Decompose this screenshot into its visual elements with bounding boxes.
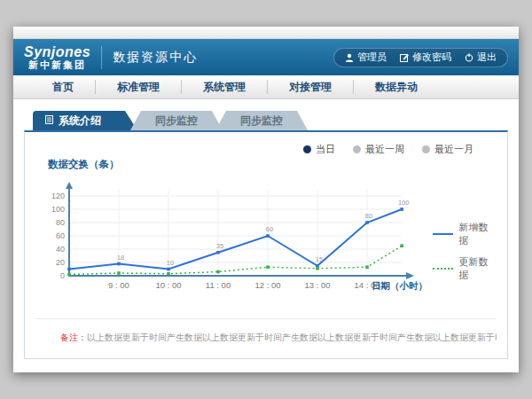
app-header: Synjones 新中新集团 数据资源中心 管理员 修改密码 — [13, 39, 519, 75]
nav-item-home[interactable]: 首页 — [31, 80, 96, 94]
svg-text:100: 100 — [51, 205, 65, 214]
radio-dot[interactable] — [422, 145, 430, 153]
logo-name: Synjones — [24, 44, 90, 60]
svg-text:60: 60 — [266, 225, 273, 233]
app-title: 数据资源中心 — [113, 50, 198, 66]
content-area: 系统介绍 同步监控 同步监控 当日 最近一周 最近一月 — [13, 99, 519, 359]
svg-text:80: 80 — [56, 218, 65, 227]
user-icon — [345, 53, 354, 62]
tab-label: 系统介绍 — [59, 111, 101, 130]
user-toolbar: 管理员 修改密码 退出 — [333, 48, 508, 67]
tab-sync-monitor-1[interactable]: 同步监控 — [130, 111, 223, 130]
logout-label: 退出 — [477, 51, 497, 64]
radio-last-month-label: 最近一月 — [434, 143, 473, 156]
change-password-label: 修改密码 — [412, 51, 451, 64]
svg-text:10: 10 — [167, 259, 174, 267]
tab-bar: 系统介绍 同步监控 同步监控 — [33, 111, 508, 130]
radio-today-label: 当日 — [316, 143, 335, 156]
logo-subtitle: 新中新集团 — [24, 59, 90, 70]
legend-item-update-data: 更新数据 — [433, 255, 497, 282]
window-top-strip — [13, 27, 519, 39]
app-window: Synjones 新中新集团 数据资源中心 管理员 修改密码 — [13, 27, 519, 372]
time-range-filter: 当日 最近一周 最近一月 — [35, 139, 497, 156]
legend-label: 更新数据 — [458, 255, 497, 282]
footnote-text: 以上数据更新于时间产生数据以上数据更新于时间产生数据以上数据更新于时间产生数据以… — [87, 332, 497, 342]
svg-text:日期（小时）: 日期（小时） — [372, 280, 427, 292]
svg-text:100: 100 — [398, 199, 410, 207]
svg-text:120: 120 — [51, 192, 65, 200]
svg-text:0: 0 — [60, 271, 65, 280]
company-logo[interactable]: Synjones 新中新集团 — [24, 44, 90, 71]
svg-text:15: 15 — [316, 255, 323, 263]
header-divider — [101, 46, 102, 69]
footnote-label: 备注： — [60, 332, 87, 342]
svg-text:60: 60 — [56, 231, 65, 240]
legend-label: 新增数据 — [458, 221, 497, 247]
svg-text:10 : 00: 10 : 00 — [155, 280, 181, 290]
document-icon — [45, 111, 53, 130]
radio-last-week-label: 最近一周 — [365, 143, 404, 156]
nav-item-standard-mgmt[interactable]: 标准管理 — [96, 80, 182, 94]
svg-text:20: 20 — [56, 258, 65, 267]
radio-dot-selected[interactable] — [303, 145, 311, 153]
chart-legend: 新增数据 更新数据 — [433, 158, 497, 309]
radio-dot[interactable] — [353, 145, 361, 153]
edit-icon — [400, 53, 409, 62]
svg-text:40: 40 — [56, 245, 65, 254]
chart-area: 数据交换（条） 0204060801001209 : 0010 : 0011 :… — [35, 158, 497, 309]
user-menu[interactable]: 管理员 — [345, 51, 387, 64]
radio-last-week[interactable]: 最近一周 — [353, 143, 404, 156]
legend-line-solid-blue — [433, 233, 453, 235]
svg-text:11 : 00: 11 : 00 — [206, 280, 231, 290]
chart-panel: 当日 最近一周 最近一月 数据交换（条） 0204060801001209 : … — [24, 130, 508, 359]
nav-item-interface-mgmt[interactable]: 对接管理 — [268, 80, 354, 94]
change-password-button[interactable]: 修改密码 — [400, 51, 451, 64]
radio-last-month[interactable]: 最近一月 — [422, 143, 473, 156]
y-axis-title: 数据交换（条） — [48, 158, 433, 171]
power-icon — [465, 53, 473, 62]
svg-text:13 : 00: 13 : 00 — [304, 280, 330, 290]
nav-item-system-mgmt[interactable]: 系统管理 — [182, 80, 268, 94]
svg-text:12 : 00: 12 : 00 — [254, 280, 280, 290]
main-navbar: 首页 标准管理 系统管理 对接管理 数据异动 — [13, 75, 519, 99]
nav-item-data-change[interactable]: 数据异动 — [354, 80, 439, 94]
svg-text:18: 18 — [117, 254, 124, 262]
tab-sync-monitor-2[interactable]: 同步监控 — [215, 111, 308, 130]
legend-line-dotted-green — [433, 268, 453, 270]
logout-button[interactable]: 退出 — [465, 51, 497, 64]
user-label: 管理员 — [357, 51, 387, 64]
footnote: 备注：以上数据更新于时间产生数据以上数据更新于时间产生数据以上数据更新于时间产生… — [35, 318, 497, 349]
line-chart: 0204060801001209 : 0010 : 0011 : 0012 : … — [35, 171, 429, 306]
svg-text:35: 35 — [216, 242, 223, 250]
tab-system-intro[interactable]: 系统介绍 — [33, 111, 137, 130]
radio-today[interactable]: 当日 — [303, 143, 335, 156]
svg-text:80: 80 — [365, 212, 372, 220]
svg-text:9 : 00: 9 : 00 — [108, 280, 129, 290]
legend-item-new-data: 新增数据 — [433, 221, 497, 247]
chart-main: 数据交换（条） 0204060801001209 : 0010 : 0011 :… — [35, 158, 433, 309]
